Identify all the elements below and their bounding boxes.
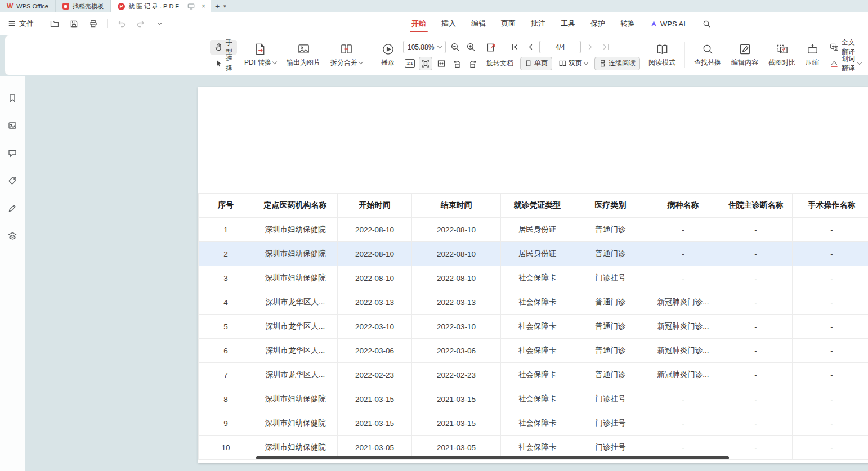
table-cell: 2022-03-13 xyxy=(338,290,412,315)
ribbon-tab-edit[interactable]: 编辑 xyxy=(471,12,486,35)
fit-width-icon[interactable] xyxy=(435,57,448,70)
table-cell: - xyxy=(793,242,868,266)
tab-docer-templates[interactable]: 找稻壳模板 xyxy=(56,0,111,12)
play-button[interactable]: 播放 xyxy=(381,43,395,68)
tab-document-label: 就医记录.PDF xyxy=(128,2,181,11)
find-replace-button[interactable]: 查找替换 xyxy=(694,43,721,68)
ribbon-tab-home[interactable]: 开始 xyxy=(411,12,426,35)
table-cell: 居民身份证 xyxy=(501,242,574,266)
hand-icon xyxy=(214,43,223,51)
table-cell: 8 xyxy=(199,387,253,411)
find-replace-label: 查找替换 xyxy=(694,58,721,68)
zoom-level-combo[interactable]: 105.88% xyxy=(403,41,446,53)
rotate-right-icon[interactable] xyxy=(466,57,480,70)
continuous-reading-icon xyxy=(599,60,606,67)
table-cell: 深圳市妇幼保健院 xyxy=(253,266,338,290)
table-cell: 2022-03-10 xyxy=(412,315,501,339)
double-page-button[interactable]: 双页 xyxy=(554,57,592,70)
table-row: 9深圳市妇幼保健院2021-03-152021-03-15社会保障卡门诊挂号--… xyxy=(199,411,868,436)
table-cell: 2022-03-06 xyxy=(338,339,412,363)
file-menu-button[interactable]: 文件 xyxy=(8,19,34,29)
chevron-down-icon xyxy=(584,60,588,65)
pdf-convert-icon xyxy=(254,43,267,56)
layers-panel-icon[interactable] xyxy=(5,228,20,243)
close-icon[interactable]: × xyxy=(200,2,207,10)
next-page-icon[interactable] xyxy=(583,41,597,54)
table-cell: 4 xyxy=(199,290,253,315)
bookmarks-panel-icon[interactable] xyxy=(5,91,20,105)
last-page-icon[interactable] xyxy=(599,41,612,54)
horizontal-scrollbar-thumb[interactable] xyxy=(256,456,729,459)
table-cell: 2 xyxy=(199,242,253,266)
hand-tool-button[interactable]: 手型 xyxy=(210,40,237,55)
rotate-document-button[interactable]: 旋转文档 xyxy=(482,57,518,70)
column-header: 手术操作名称 xyxy=(793,194,868,218)
undo-icon[interactable] xyxy=(115,17,128,30)
page-extract-icon[interactable] xyxy=(484,41,498,54)
table-cell: 深圳市妇幼保健院 xyxy=(253,218,338,242)
ribbon-tab-convert[interactable]: 转换 xyxy=(620,12,635,35)
table-cell: 普通门诊 xyxy=(574,315,647,339)
page-number-input[interactable] xyxy=(539,41,581,53)
redo-icon[interactable] xyxy=(135,17,147,30)
table-cell: 新冠肺炎门诊... xyxy=(647,363,719,387)
wps-ai-logo-icon xyxy=(650,20,657,28)
zoom-out-icon[interactable] xyxy=(448,41,462,54)
ribbon-tab-tools[interactable]: 工具 xyxy=(561,12,575,35)
tab-document-pdf[interactable]: P 就医记录.PDF × xyxy=(111,0,211,12)
first-page-icon[interactable] xyxy=(508,41,521,54)
split-merge-button[interactable]: 拆分合并 xyxy=(330,43,363,68)
ribbon-tab-protect[interactable]: 保护 xyxy=(590,12,605,35)
column-header: 序号 xyxy=(199,194,253,218)
ribbon-tab-page[interactable]: 页面 xyxy=(501,12,516,35)
signature-panel-icon[interactable] xyxy=(5,201,20,216)
tab-wps-office[interactable]: W WPS Office xyxy=(0,0,56,12)
export-image-icon xyxy=(297,43,310,56)
previous-page-icon[interactable] xyxy=(524,41,537,54)
export-image-button[interactable]: 输出为图片 xyxy=(287,43,320,68)
screenshot-compare-button[interactable]: 截图对比 xyxy=(768,43,795,68)
table-row: 1深圳市妇幼保健院2022-08-102022-08-10居民身份证普通门诊--… xyxy=(199,218,868,242)
print-icon[interactable] xyxy=(87,17,99,30)
zoom-in-icon[interactable] xyxy=(464,41,477,54)
edit-content-button[interactable]: 编辑内容 xyxy=(731,43,758,68)
open-folder-icon[interactable] xyxy=(48,17,61,30)
ribbon-tab-insert[interactable]: 插入 xyxy=(441,12,456,35)
pdf-page: 序号定点医药机构名称开始时间结束时间就诊凭证类型医疗类别病种名称住院主诊断名称手… xyxy=(198,87,868,463)
table-cell: - xyxy=(719,436,793,460)
table-cell: - xyxy=(647,242,719,266)
wps-logo-icon: W xyxy=(7,2,13,10)
table-cell: - xyxy=(793,290,868,315)
fit-page-icon[interactable] xyxy=(419,57,432,70)
table-cell: 10 xyxy=(199,436,253,460)
wps-ai-button[interactable]: WPS AI xyxy=(650,20,686,28)
full-text-translate-button[interactable]: 全文翻译 xyxy=(825,40,866,55)
search-icon[interactable] xyxy=(701,17,713,30)
save-icon[interactable] xyxy=(68,17,80,30)
tags-panel-icon[interactable] xyxy=(5,173,20,188)
chevron-down-icon xyxy=(359,60,363,64)
actual-size-icon[interactable]: 1:1 xyxy=(403,57,417,70)
single-page-button[interactable]: 单页 xyxy=(520,57,552,70)
monitor-icon[interactable] xyxy=(187,3,195,10)
compress-icon xyxy=(806,43,819,56)
rotate-left-icon[interactable] xyxy=(450,57,464,70)
table-cell: 门诊挂号 xyxy=(574,387,647,411)
split-merge-icon xyxy=(340,43,353,56)
compress-button[interactable]: 压缩 xyxy=(806,43,819,68)
new-tab-button[interactable]: + xyxy=(211,0,223,12)
pdf-convert-button[interactable]: PDF转换 xyxy=(244,43,276,68)
comments-panel-icon[interactable] xyxy=(5,146,20,160)
document-view-area[interactable]: 序号定点医药机构名称开始时间结束时间就诊凭证类型医疗类别病种名称住院主诊断名称手… xyxy=(25,76,868,471)
read-mode-button[interactable]: 阅读模式 xyxy=(648,43,675,68)
word-translate-button[interactable]: 划词翻译 xyxy=(825,56,866,71)
continuous-reading-button[interactable]: 连续阅读 xyxy=(594,57,640,70)
chevron-down-icon[interactable] xyxy=(154,17,166,30)
ribbon-tab-comment[interactable]: 批注 xyxy=(531,12,545,35)
thumbnails-panel-icon[interactable] xyxy=(5,118,20,133)
table-row: 3深圳市妇幼保健院2022-08-102022-08-10社会保障卡门诊挂号--… xyxy=(199,266,868,290)
table-row: 6深圳市龙华区人...2022-03-062022-03-06社会保障卡普通门诊… xyxy=(199,339,868,363)
table-cell: - xyxy=(793,315,868,339)
select-tool-button[interactable]: 选择 xyxy=(210,56,237,71)
tab-list-chevron-icon[interactable]: ▾ xyxy=(223,0,232,12)
